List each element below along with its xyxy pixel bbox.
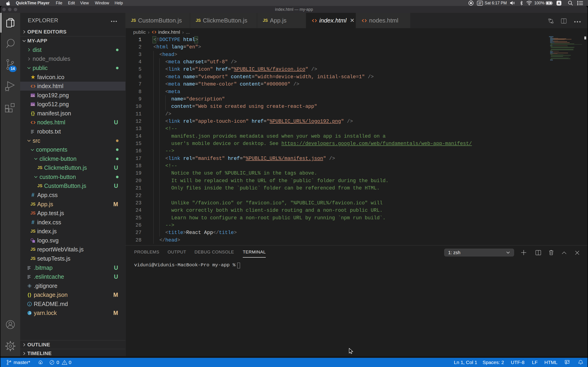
svg-text:i: i	[29, 302, 30, 306]
